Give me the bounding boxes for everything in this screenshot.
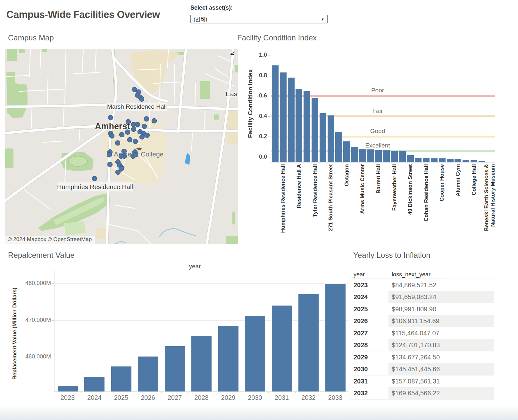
rv-x-label: 2031 [269, 394, 295, 401]
facility-dot[interactable] [133, 153, 138, 157]
asset-filter-label: Select asset(s): [190, 4, 233, 11]
fci-x-label: 40 Dickinson Street [407, 164, 414, 215]
fci-y-tick: 0.2 [254, 133, 267, 140]
fci-bar[interactable] [312, 98, 318, 162]
asset-filter-value: (전체) [194, 16, 207, 23]
rv-x-label: 2033 [322, 394, 348, 401]
facility-dot[interactable] [140, 135, 145, 139]
rv-bar[interactable] [191, 336, 212, 391]
facility-dot[interactable] [131, 127, 136, 132]
facility-dot[interactable] [107, 153, 112, 157]
loss-table-header-rule [350, 279, 446, 279]
fci-bar[interactable] [415, 158, 422, 162]
facility-dot[interactable] [139, 97, 144, 102]
rv-bar[interactable] [325, 284, 346, 391]
fci-bar[interactable] [471, 160, 477, 162]
fci-bar[interactable] [455, 159, 461, 162]
page-title: Campus-Wide Facilities Overview [6, 9, 160, 21]
facility-dot[interactable] [119, 167, 124, 172]
fci-bar[interactable] [296, 89, 302, 162]
facility-dot[interactable] [108, 115, 113, 120]
fci-y-tick: 1.0 [254, 52, 267, 58]
facility-dot[interactable] [128, 138, 132, 142]
facility-dot[interactable] [122, 149, 127, 154]
rv-bar[interactable] [218, 326, 238, 391]
table-row-loss: $169,654,566.22 [392, 390, 440, 397]
facility-dot[interactable] [119, 154, 124, 159]
table-row-loss: $124,701,170.83 [392, 341, 440, 349]
table-row-year: 2029 [354, 354, 368, 361]
rv-x-label: 2030 [242, 394, 268, 401]
asset-filter-dropdown[interactable]: (전체) ▼ [190, 15, 328, 23]
facility-dot[interactable] [92, 176, 97, 181]
table-row-year: 2028 [354, 341, 368, 349]
fci-x-label: College Hall [471, 164, 477, 195]
fci-x-label: Arms Music Center [359, 164, 366, 214]
fci-bar[interactable] [272, 65, 279, 162]
fci-bar[interactable] [335, 132, 342, 163]
rv-x-label: 2029 [215, 394, 241, 401]
fci-x-label: Beneski Earth Sciences & Natural History… [483, 164, 496, 231]
fci-bar[interactable] [328, 115, 334, 162]
fci-bar[interactable] [343, 141, 350, 162]
facility-dot[interactable] [144, 117, 149, 122]
fci-bar[interactable] [407, 155, 414, 162]
chevron-down-icon[interactable]: ▼ [321, 17, 324, 21]
dashboard: Campus-Wide Facilities Overview Select a… [0, 0, 518, 420]
facility-dot[interactable] [110, 134, 114, 139]
fci-bar[interactable] [288, 78, 295, 162]
fci-bar[interactable] [367, 149, 374, 162]
table-row-year: 2032 [354, 390, 368, 397]
fci-bar[interactable] [383, 150, 390, 162]
facility-dot[interactable] [145, 133, 150, 138]
fci-bar[interactable] [463, 160, 469, 162]
rv-group-label: year [182, 263, 208, 270]
rv-x-label: 2025 [108, 394, 134, 401]
rv-bar[interactable] [58, 386, 78, 391]
fci-bar[interactable] [431, 158, 438, 162]
fci-bar[interactable] [359, 149, 366, 162]
fci-ref-label-poor: Poor [352, 87, 403, 94]
fci-bar[interactable] [320, 113, 326, 162]
facility-dot[interactable] [108, 162, 113, 167]
rv-bar[interactable] [245, 316, 265, 391]
fci-bar[interactable] [391, 151, 398, 162]
fci-bar[interactable] [423, 158, 430, 162]
rv-bar[interactable] [84, 377, 104, 391]
fci-bar[interactable] [487, 162, 493, 163]
rv-bar[interactable] [298, 294, 319, 391]
fci-bar[interactable] [280, 72, 287, 162]
rv-bar[interactable] [138, 357, 158, 391]
facility-dot[interactable] [115, 141, 120, 146]
fci-bar[interactable] [479, 161, 485, 162]
fci-bar[interactable] [351, 147, 358, 162]
table-row-loss: $106,911,154.69 [392, 317, 439, 325]
campus-map[interactable]: Amherst College Amherst Eas N Marsh Resi… [5, 49, 238, 244]
fci-bar[interactable] [375, 150, 382, 162]
fci-bar[interactable] [439, 158, 446, 162]
rv-bar[interactable] [111, 366, 131, 391]
facility-dot[interactable] [135, 122, 140, 127]
facility-dot[interactable] [133, 139, 138, 144]
fci-bar[interactable] [399, 151, 406, 162]
pond [185, 153, 190, 165]
fci-bar[interactable] [304, 91, 310, 162]
rv-bar[interactable] [272, 306, 292, 391]
rv-y-tick: 460.000M [19, 353, 51, 360]
facility-dot[interactable] [142, 124, 147, 129]
fci-x-label: Humphries Residence Hall [280, 164, 286, 233]
table-row-separator [350, 399, 494, 399]
fci-x-label: Tyler Residence Hall [312, 164, 318, 217]
facility-dot[interactable] [120, 132, 124, 137]
replacement-chart: yearReplacement Value (Million Dollars)4… [0, 247, 353, 407]
table-row-year: 2030 [354, 365, 368, 373]
table-row-loss: $134,677,264.50 [392, 354, 440, 361]
facility-dot[interactable] [152, 119, 157, 123]
rv-bar[interactable] [165, 346, 185, 391]
loss-table-header-rule-ext [446, 279, 494, 279]
fci-ref-label-good: Good [352, 128, 403, 135]
fci-bar[interactable] [447, 159, 454, 162]
fci-chart: Facility Condition Index0.00.20.40.60.81… [237, 31, 518, 244]
table-row-year: 2026 [354, 317, 368, 325]
rv-x-label: 2023 [55, 394, 80, 401]
